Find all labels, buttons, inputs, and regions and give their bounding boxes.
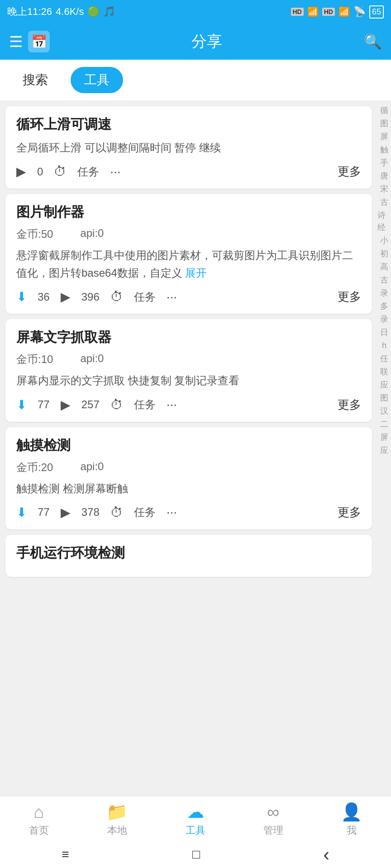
idx-24[interactable]: 屏 (380, 431, 388, 443)
sys-menu-btn[interactable]: ≡ (62, 847, 69, 862)
idx-21[interactable]: 图 (380, 392, 388, 404)
card-image-maker: 图片制作器 金币:50 api:0 悬浮窗截屏制作工具中使用的图片素材，可裁剪图… (5, 194, 372, 314)
idx-2[interactable]: 屏 (380, 131, 388, 143)
idx-10[interactable]: 初 (380, 248, 388, 260)
more-dots-1[interactable]: ··· (110, 165, 120, 179)
idx-4[interactable]: 手 (380, 157, 388, 169)
card-subtitle-2: 金币:50 api:0 (16, 227, 361, 241)
idx-15[interactable]: 录 (380, 313, 388, 326)
task-3[interactable]: 任务 (134, 397, 156, 412)
download-icon-4[interactable]: ⬇ (16, 505, 27, 520)
header-center: 分享 (50, 31, 364, 52)
sys-home-btn[interactable]: □ (192, 847, 200, 862)
idx-25[interactable]: 应 (380, 444, 388, 457)
more-dots-4[interactable]: ··· (167, 505, 177, 519)
idx-8[interactable]: 诗经 (377, 209, 391, 234)
task-2[interactable]: 任务 (134, 290, 156, 304)
nav-me[interactable]: 👤 我 (341, 802, 362, 837)
idx-22[interactable]: 汉 (380, 405, 388, 417)
idx-6[interactable]: 宋 (380, 183, 388, 195)
cards-list: 循环上滑可调速 全局循环上滑 可以调整间隔时间 暂停 继续 ▶ 0 ⏱ 任务 ·… (0, 101, 377, 655)
more-text-3[interactable]: 更多 (338, 397, 361, 413)
system-nav: ≡ □ ‹ (0, 841, 391, 868)
task-1[interactable]: 任务 (77, 165, 99, 179)
api-4: api:0 (80, 460, 104, 475)
header: ☰ 📅 分享 🔍 (0, 24, 391, 60)
more-text-4[interactable]: 更多 (338, 505, 361, 520)
tools-icon: ☁ (187, 802, 204, 822)
expand-link-2[interactable]: 展开 (185, 267, 207, 279)
timer-icon-2[interactable]: ⏱ (110, 289, 123, 304)
nav-local[interactable]: 📁 本地 (106, 802, 128, 837)
idx-23[interactable]: 二 (380, 418, 388, 430)
more-dots-3[interactable]: ··· (167, 397, 177, 412)
hd-badge-2: HD (322, 8, 335, 16)
card-actions-1: ▶ 0 ⏱ 任务 ··· 更多 (16, 164, 361, 179)
calendar-icon[interactable]: 📅 (28, 31, 50, 52)
more-text-2[interactable]: 更多 (338, 289, 361, 305)
download-count-4: 77 (38, 506, 50, 519)
play-icon-3[interactable]: ▶ (61, 397, 71, 412)
nav-tools-label: 工具 (186, 824, 205, 837)
timer-icon-1[interactable]: ⏱ (54, 164, 67, 179)
timer-icon-4[interactable]: ⏱ (110, 505, 123, 520)
nav-home-label: 首页 (29, 824, 49, 837)
idx-7[interactable]: 古 (380, 196, 388, 208)
idx-14[interactable]: 多 (380, 300, 388, 312)
nav-tools[interactable]: ☁ 工具 (186, 802, 205, 837)
play-icon-4[interactable]: ▶ (61, 505, 71, 520)
sys-back-btn[interactable]: ‹ (323, 844, 329, 865)
idx-20[interactable]: 应 (380, 379, 388, 391)
speed: 4.6K/s (56, 6, 84, 18)
idx-12[interactable]: 古 (380, 274, 388, 286)
tab-search[interactable]: 搜索 (9, 67, 62, 93)
idx-11[interactable]: 高 (380, 261, 388, 273)
card-actions-3: ⬇ 77 ▶ 257 ⏱ 任务 ··· 更多 (16, 397, 361, 413)
timer-icon-3[interactable]: ⏱ (110, 397, 123, 412)
app-icon-1: 🟢 (87, 6, 100, 18)
idx-13[interactable]: 录 (380, 287, 388, 299)
wifi-icon: 📡 (353, 6, 366, 18)
idx-19[interactable]: 联 (380, 366, 388, 378)
play-count-4: 378 (81, 506, 100, 519)
coin-2: 金币:50 (16, 227, 53, 241)
nav-me-label: 我 (347, 824, 357, 837)
card-actions-2: ⬇ 36 ▶ 396 ⏱ 任务 ··· 更多 (16, 289, 361, 305)
search-icon[interactable]: 🔍 (364, 33, 382, 50)
card-title-5: 手机运行环境检测 (16, 544, 361, 562)
nav-local-label: 本地 (107, 824, 127, 837)
idx-16[interactable]: 日 (380, 326, 388, 339)
play-icon-2[interactable]: ▶ (61, 289, 71, 304)
card-desc-1: 全局循环上滑 可以调整间隔时间 暂停 继续 (16, 139, 361, 156)
idx-3[interactable]: 触 (380, 144, 388, 156)
idx-1[interactable]: 图 (380, 118, 388, 130)
card-desc-2: 悬浮窗截屏制作工具中使用的图片素材，可裁剪图片为工具识别图片二值化，图片转bas… (16, 247, 361, 282)
idx-9[interactable]: 小 (380, 235, 388, 247)
card-text-capture: 屏幕文字抓取器 金币:10 api:0 屏幕内显示的文字抓取 快捷复制 复制记录… (5, 319, 372, 421)
more-dots-2[interactable]: ··· (167, 290, 177, 304)
play-icon-1[interactable]: ▶ (16, 164, 26, 179)
card-subtitle-3: 金币:10 api:0 (16, 352, 361, 367)
nav-manage[interactable]: ∞ 管理 (263, 802, 283, 837)
idx-0[interactable]: 循 (380, 104, 388, 117)
more-text-1[interactable]: 更多 (338, 164, 361, 179)
signal-icon-1: 📶 (307, 6, 319, 17)
card-title-3: 屏幕文字抓取器 (16, 328, 361, 347)
nav-home[interactable]: ⌂ 首页 (29, 802, 49, 837)
idx-17[interactable]: h (382, 340, 386, 352)
coin-3: 金币:10 (16, 352, 53, 367)
me-icon: 👤 (341, 802, 362, 822)
play-count-3: 257 (81, 398, 100, 411)
tab-tools[interactable]: 工具 (71, 67, 123, 93)
task-4[interactable]: 任务 (134, 505, 156, 519)
card-actions-4: ⬇ 77 ▶ 378 ⏱ 任务 ··· 更多 (16, 505, 361, 520)
idx-5[interactable]: 唐 (380, 170, 388, 182)
download-count-3: 77 (38, 398, 50, 411)
app-icon-2: 🎵 (103, 6, 115, 18)
download-icon-2[interactable]: ⬇ (16, 289, 27, 304)
menu-icon[interactable]: ☰ (9, 33, 23, 51)
status-right: HD 📶 HD 📶 📡 65 (291, 5, 384, 19)
sidebar-index: 循 图 屏 触 手 唐 宋 古 诗经 小 初 高 古 录 多 录 日 h 任 联… (377, 101, 391, 460)
idx-18[interactable]: 任 (380, 353, 388, 365)
download-icon-3[interactable]: ⬇ (16, 397, 27, 412)
